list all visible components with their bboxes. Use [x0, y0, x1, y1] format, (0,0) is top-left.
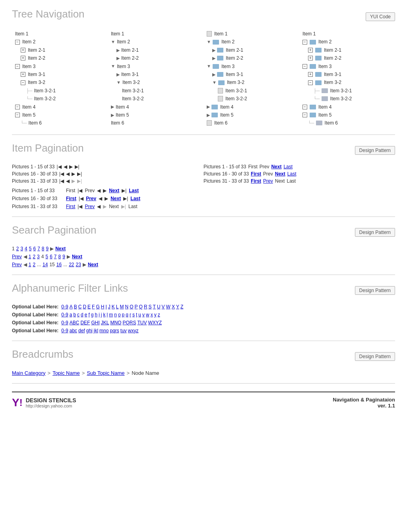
prev-link[interactable]: Prev	[12, 262, 22, 267]
alpha-link[interactable]: T	[153, 304, 156, 310]
arrow-right-icon[interactable]: ▶	[207, 103, 210, 111]
expand-icon[interactable]: +	[21, 72, 25, 77]
first-icon[interactable]: |◀	[59, 178, 64, 184]
alpha-link[interactable]: O	[130, 304, 133, 310]
page-number-link[interactable]: 6	[33, 246, 36, 251]
last-icon[interactable]: ▶|	[75, 164, 79, 170]
alpha-link[interactable]: Y	[176, 304, 179, 310]
alpha-link[interactable]: jkl	[94, 328, 98, 333]
arrow-right-icon[interactable]: ▶	[116, 71, 120, 78]
prev-icon[interactable]: ◀	[99, 196, 102, 201]
alpha-link[interactable]: G	[96, 304, 99, 310]
alpha-link[interactable]: p	[122, 312, 125, 318]
breadcrumb-topic-name[interactable]: Topic Name	[52, 370, 80, 376]
yui-code-button[interactable]: YUI Code	[366, 12, 395, 21]
alpha-link[interactable]: D	[83, 304, 86, 310]
alpha-link[interactable]: 0-9	[61, 328, 68, 333]
last-link[interactable]: Last	[283, 164, 293, 170]
alpha-link[interactable]: L	[116, 304, 119, 310]
alpha-link[interactable]: u	[138, 312, 141, 318]
alpha-link[interactable]: P	[135, 304, 138, 310]
next-icon[interactable]: ▶	[72, 178, 75, 184]
page-number-link[interactable]: 2	[33, 254, 35, 259]
alpha-link[interactable]: 0-9	[61, 320, 68, 325]
search-pagination-design-pattern-button[interactable]: Design Pattern	[355, 228, 395, 237]
last-link[interactable]: Last	[130, 196, 140, 201]
alpha-link[interactable]: Q	[139, 304, 143, 310]
page-number-link[interactable]: 1	[29, 254, 31, 259]
alpha-link[interactable]: q	[126, 312, 128, 318]
page-number-link[interactable]: 23	[76, 262, 81, 267]
collapse-icon[interactable]: −	[15, 105, 20, 109]
breadcrumbs-design-pattern-button[interactable]: Design Pattern	[355, 352, 395, 361]
next-link[interactable]: Next	[271, 164, 281, 170]
page-number-link[interactable]: 9	[62, 254, 65, 259]
last-icon[interactable]: ▶|	[122, 188, 126, 193]
expand-icon[interactable]: +	[21, 48, 25, 53]
page-number-link[interactable]: 7	[54, 254, 57, 259]
prev-link[interactable]: Prev	[85, 204, 95, 209]
page-number-link[interactable]: 4	[25, 246, 27, 251]
prev-icon[interactable]: ◀	[97, 204, 101, 209]
alpha-link[interactable]: B	[74, 304, 77, 310]
alpha-link[interactable]: 0-9	[61, 304, 68, 310]
arrow-right-icon[interactable]: ▶	[116, 55, 120, 62]
next-icon[interactable]: ▶	[69, 164, 73, 170]
next-link[interactable]: Next	[109, 188, 119, 193]
alpha-link[interactable]: i	[99, 312, 100, 318]
last-link[interactable]: Last	[129, 188, 139, 193]
prev-icon[interactable]: ◀	[66, 178, 70, 184]
alpha-link[interactable]: tuv	[120, 328, 127, 333]
page-number-link[interactable]: 1	[29, 262, 31, 267]
alpha-link[interactable]: X	[172, 304, 175, 310]
alpha-link[interactable]: pqrs	[110, 328, 119, 333]
alpha-link[interactable]: a	[70, 312, 72, 318]
page-number-link[interactable]: 2	[33, 262, 35, 267]
next-arrow[interactable]: ▶	[50, 246, 54, 251]
first-icon[interactable]: |◀	[78, 188, 82, 193]
next-link[interactable]: Next	[55, 246, 66, 251]
alpha-link[interactable]: g	[91, 312, 94, 318]
alpha-link[interactable]: 0-9	[61, 312, 68, 318]
alpha-link[interactable]: ABC	[70, 320, 79, 325]
alpha-link[interactable]: abc	[70, 328, 77, 333]
alpha-link[interactable]: k	[103, 312, 106, 318]
arrow-down-icon[interactable]: ▼	[111, 38, 115, 46]
collapse-icon[interactable]: −	[302, 64, 307, 69]
prev-icon[interactable]: ◀	[64, 164, 67, 170]
alpha-link[interactable]: y	[154, 312, 157, 318]
alpha-link[interactable]: z	[158, 312, 160, 318]
alpha-link[interactable]: l	[107, 312, 108, 318]
prev-arrow[interactable]: ◀	[23, 254, 27, 259]
arrow-right-icon[interactable]: ▶	[207, 111, 210, 119]
alpha-link[interactable]: h	[95, 312, 97, 318]
alpha-link[interactable]: x	[151, 312, 153, 318]
collapse-icon[interactable]: −	[302, 40, 307, 45]
alpha-link[interactable]: J	[108, 304, 110, 310]
last-icon[interactable]: ▶|	[123, 196, 128, 201]
alpha-link[interactable]: GHI	[91, 320, 99, 325]
arrow-down-icon[interactable]: ▼	[111, 62, 115, 70]
alpha-link[interactable]: w	[146, 312, 149, 318]
first-icon[interactable]: |◀	[59, 171, 64, 177]
alpha-link[interactable]: N	[125, 304, 129, 310]
alpha-link[interactable]: JKL	[101, 320, 109, 325]
first-link[interactable]: First	[66, 204, 75, 209]
first-link[interactable]: First	[251, 178, 261, 184]
arrow-down-icon[interactable]: ▼	[207, 38, 211, 46]
page-number-link[interactable]: 6	[50, 254, 52, 259]
collapse-icon[interactable]: −	[15, 113, 20, 117]
alpha-link[interactable]: wxyz	[128, 328, 139, 333]
alpha-link[interactable]: F	[92, 304, 95, 310]
page-number-link[interactable]: 8	[42, 246, 45, 251]
first-icon[interactable]: |◀	[56, 164, 61, 170]
last-icon[interactable]: ▶|	[121, 204, 126, 209]
collapse-icon[interactable]: −	[15, 64, 20, 69]
arrow-right-icon[interactable]: ▶	[111, 103, 114, 111]
page-number-link[interactable]: 14	[43, 262, 48, 267]
first-link[interactable]: First	[66, 196, 76, 201]
prev-arrow[interactable]: ◀	[23, 262, 27, 267]
prev-icon[interactable]: ◀	[97, 188, 101, 193]
alpha-link[interactable]: U	[157, 304, 161, 310]
page-number-link[interactable]: 3	[20, 246, 23, 251]
